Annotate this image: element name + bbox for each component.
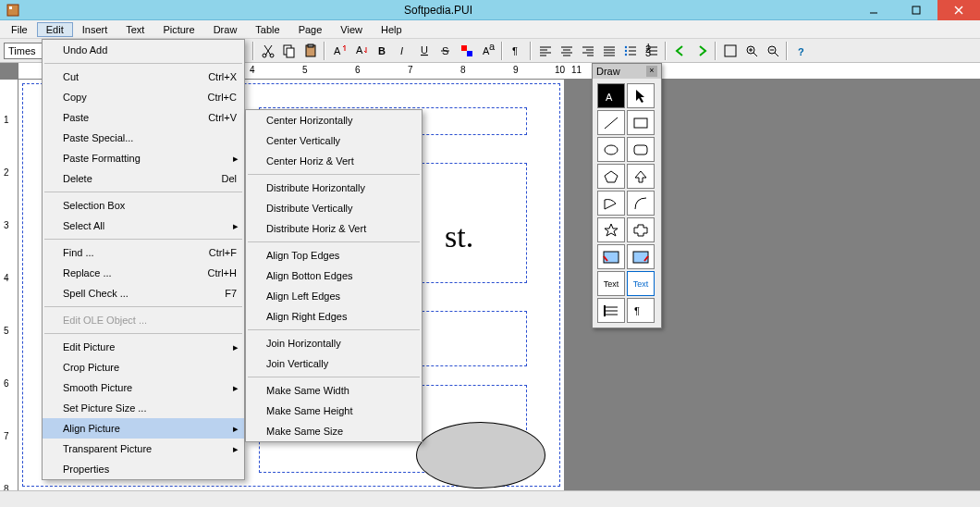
menu-item-shortcut: F7	[225, 288, 237, 299]
align-submenu-item-distribute-vertically[interactable]: Distribute Vertically	[246, 198, 422, 218]
window-title: Softpedia.PUI	[24, 4, 852, 17]
menu-view[interactable]: View	[331, 22, 372, 37]
italic-icon[interactable]: I	[392, 41, 413, 61]
fit-window-icon[interactable]	[719, 41, 741, 61]
strike-icon[interactable]: S	[435, 41, 456, 61]
numbers-icon[interactable]: 123	[641, 41, 662, 61]
draw-tool-cross[interactable]	[627, 217, 655, 242]
edit-menu-item-smooth-picture[interactable]: Smooth Picture▸	[43, 377, 244, 398]
draw-tool-arrow-up[interactable]	[627, 164, 655, 189]
edit-menu-item-undo-add[interactable]: Undo Add	[43, 40, 244, 60]
menu-edit[interactable]: Edit	[37, 22, 73, 37]
arrow-right-icon[interactable]	[691, 41, 712, 61]
paste-icon[interactable]	[300, 41, 321, 61]
close-button[interactable]	[937, 0, 980, 20]
draw-tool-list[interactable]	[597, 298, 625, 323]
align-right-icon[interactable]	[577, 41, 598, 61]
help-icon[interactable]: ?	[790, 41, 812, 61]
edit-menu-item-set-picture-size[interactable]: Set Picture Size ...	[43, 398, 244, 418]
menu-item-label: Make Same Size	[266, 426, 414, 437]
align-left-icon[interactable]	[534, 41, 556, 61]
menu-insert[interactable]: Insert	[73, 22, 117, 37]
align-submenu-item-distribute-horizontally[interactable]: Distribute Horizontally	[246, 178, 422, 198]
align-justify-icon[interactable]	[598, 41, 619, 61]
draw-palette[interactable]: Draw × A Text Text ¶	[592, 63, 662, 328]
edit-menu-item-crop-picture[interactable]: Crop Picture	[43, 357, 244, 377]
draw-tool-ellipse[interactable]	[597, 137, 625, 162]
copy-icon[interactable]	[278, 41, 300, 61]
edit-menu-item-replace[interactable]: Replace ...Ctrl+H	[43, 263, 244, 283]
edit-menu-item-copy[interactable]: CopyCtrl+C	[43, 87, 244, 107]
align-center-icon[interactable]	[556, 41, 577, 61]
underline-icon[interactable]: U	[413, 41, 435, 61]
menu-text[interactable]: Text	[116, 22, 153, 37]
draw-tool-rounded-rect[interactable]	[627, 137, 655, 162]
draw-tool-polygon[interactable]	[597, 164, 625, 189]
edit-menu-item-paste-formatting[interactable]: Paste Formatting▸	[43, 148, 244, 168]
align-submenu-item-make-same-width[interactable]: Make Same Width	[246, 380, 422, 401]
edit-menu-item-transparent-picture[interactable]: Transparent Picture▸	[43, 439, 244, 459]
align-submenu-item-align-right-edges[interactable]: Align Right Edges	[246, 306, 422, 327]
edit-menu-item-find[interactable]: Find ...Ctrl+F	[43, 242, 244, 263]
align-submenu-item-join-horizontally[interactable]: Join Horizontally	[246, 333, 422, 353]
edit-menu-item-properties[interactable]: Properties	[43, 459, 244, 479]
align-submenu-item-make-same-size[interactable]: Make Same Size	[246, 421, 422, 441]
bullets-icon[interactable]	[619, 41, 641, 61]
draw-tool-image-left[interactable]	[597, 244, 625, 269]
draw-tool-line[interactable]	[597, 110, 625, 135]
align-submenu-item-align-left-edges[interactable]: Align Left Edges	[246, 286, 422, 306]
maximize-button[interactable]	[895, 0, 937, 20]
menu-picture[interactable]: Picture	[153, 22, 203, 37]
edit-menu-item-align-picture[interactable]: Align Picture▸	[43, 418, 244, 439]
draw-tool-paragraph[interactable]: ¶	[627, 298, 655, 323]
edit-menu-item-paste-special[interactable]: Paste Special...	[43, 128, 244, 148]
align-submenu-item-center-horiz-vert[interactable]: Center Horiz & Vert	[246, 151, 422, 171]
draw-tool-image-right[interactable]	[627, 244, 655, 269]
pilcrow-icon[interactable]: ¶	[506, 41, 527, 61]
svg-text:?: ?	[798, 46, 804, 57]
menu-table[interactable]: Table	[246, 22, 288, 37]
draw-tool-text-styled[interactable]: Text	[627, 271, 655, 296]
align-submenu-item-align-top-edges[interactable]: Align Top Edges	[246, 245, 422, 266]
align-submenu-item-center-vertically[interactable]: Center Vertically	[246, 130, 422, 151]
font-grow-icon[interactable]: A	[328, 41, 349, 61]
align-submenu-item-distribute-horiz-vert[interactable]: Distribute Horiz & Vert	[246, 218, 422, 239]
arrow-left-icon[interactable]	[669, 41, 691, 61]
menu-item-label: Join Vertically	[266, 358, 414, 369]
bold-icon[interactable]: B	[371, 41, 392, 61]
draw-tool-rectangle[interactable]	[627, 110, 655, 135]
minimize-button[interactable]	[852, 0, 895, 20]
text-color-icon[interactable]	[456, 41, 477, 61]
edit-menu-item-delete[interactable]: DeleteDel	[43, 168, 244, 189]
align-submenu-item-join-vertically[interactable]: Join Vertically	[246, 353, 422, 374]
zoom-out-icon[interactable]	[762, 41, 783, 61]
edit-menu-item-edit-ole-object[interactable]: Edit OLE Object ...	[43, 310, 244, 330]
menu-help[interactable]: Help	[372, 22, 411, 37]
edit-menu-item-cut[interactable]: CutCtrl+X	[43, 67, 244, 87]
edit-menu-item-selection-box[interactable]: Selection Box	[43, 195, 244, 216]
draw-palette-header[interactable]: Draw ×	[593, 64, 661, 79]
font-shrink-icon[interactable]: A	[349, 41, 371, 61]
draw-tool-arc[interactable]	[627, 191, 655, 216]
menu-page[interactable]: Page	[289, 22, 332, 37]
draw-tool-text-plain[interactable]: Text	[597, 271, 625, 296]
align-submenu-item-center-horizontally[interactable]: Center Horizontally	[246, 110, 422, 130]
align-submenu-item-make-same-height[interactable]: Make Same Height	[246, 401, 422, 421]
draw-tool-text-a[interactable]: A	[597, 83, 625, 108]
superscript-icon[interactable]: Aa	[477, 41, 498, 61]
align-submenu-item-align-botton-edges[interactable]: Align Botton Edges	[246, 266, 422, 286]
menu-item-label: Find ...	[63, 247, 190, 258]
zoom-in-icon[interactable]	[741, 41, 762, 61]
menu-draw[interactable]: Draw	[204, 22, 247, 37]
draw-palette-close-icon[interactable]: ×	[646, 66, 657, 77]
ellipse-shape[interactable]	[416, 422, 545, 488]
menu-file[interactable]: File	[2, 22, 37, 37]
edit-menu-item-edit-picture[interactable]: Edit Picture▸	[43, 337, 244, 357]
edit-menu-item-paste[interactable]: PasteCtrl+V	[43, 107, 244, 128]
draw-tool-pointer[interactable]	[627, 83, 655, 108]
edit-menu-item-spell-check[interactable]: Spell Check ...F7	[43, 283, 244, 303]
edit-menu-item-select-all[interactable]: Select All▸	[43, 216, 244, 236]
draw-tool-pie[interactable]	[597, 191, 625, 216]
draw-tool-star[interactable]	[597, 217, 625, 242]
cut-icon[interactable]	[257, 41, 278, 61]
